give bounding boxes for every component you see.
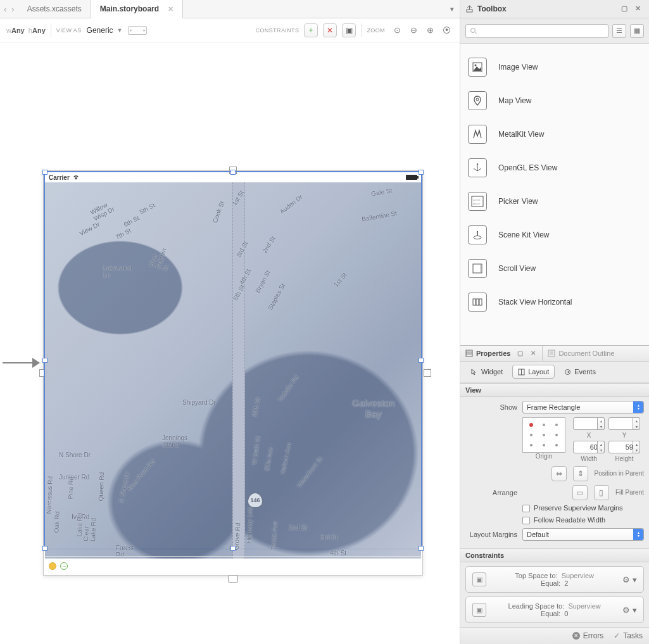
follow-checkbox[interactable] bbox=[522, 517, 530, 524]
y-input[interactable]: 2▴▾ bbox=[608, 417, 640, 430]
view-controller[interactable]: Carrier 146 Galveston Bay Shipyard D bbox=[43, 170, 423, 576]
metal-icon bbox=[468, 125, 487, 144]
device-preview-icon[interactable] bbox=[128, 26, 147, 35]
svg-line-2 bbox=[475, 32, 477, 34]
svg-point-13 bbox=[474, 236, 481, 239]
close-icon[interactable]: ✕ bbox=[529, 350, 537, 357]
toolbox-item[interactable]: Stack View Horizontal bbox=[460, 285, 649, 319]
undock-icon[interactable]: ▢ bbox=[621, 4, 630, 13]
tab-nav-forward-icon[interactable]: › bbox=[11, 4, 14, 14]
zoom-out-icon[interactable]: ⊖ bbox=[406, 23, 420, 37]
tab-assets-label: Assets.xcassets bbox=[27, 4, 82, 13]
toolbox-item[interactable]: MetalKit View bbox=[460, 117, 649, 151]
clear-constraint-button[interactable]: ✕ bbox=[323, 23, 337, 37]
height-input[interactable]: 598▴▾ bbox=[608, 441, 640, 453]
properties-tab[interactable]: Properties ▢ ✕ bbox=[460, 346, 543, 361]
show-select[interactable]: Frame Rectangle ▴▾ bbox=[522, 401, 644, 414]
map-view-selection[interactable]: Carrier 146 Galveston Bay Shipyard D bbox=[44, 171, 422, 550]
constraints-section-header: Constraints bbox=[460, 548, 649, 562]
zoom-fit-icon[interactable]: ⊙ bbox=[390, 23, 404, 37]
update-frames-button[interactable]: ▣ bbox=[342, 23, 356, 37]
fill-v-button[interactable]: ▯ bbox=[594, 485, 609, 500]
close-icon[interactable]: ✕ bbox=[168, 5, 173, 13]
zoom-actual-icon[interactable]: ⦿ bbox=[439, 23, 453, 37]
search-icon bbox=[470, 27, 477, 35]
toolbox-view-list-icon[interactable]: ☰ bbox=[612, 24, 626, 38]
first-responder-icon[interactable] bbox=[49, 562, 56, 570]
resize-handle[interactable] bbox=[424, 369, 431, 377]
selection-handle[interactable] bbox=[42, 546, 47, 551]
toolbox-item-label: Scroll View bbox=[498, 264, 536, 273]
properties-icon bbox=[465, 350, 473, 357]
toolbox-search-input[interactable] bbox=[465, 24, 608, 38]
position-v-button[interactable]: ⇕ bbox=[573, 466, 588, 481]
view-as-select[interactable]: Generic ▼ bbox=[87, 26, 123, 35]
chevron-down-icon: ▼ bbox=[117, 27, 123, 34]
tasks-button[interactable]: ✓Tasks bbox=[614, 631, 643, 640]
scene-dock: → bbox=[44, 556, 422, 575]
toolbox-item[interactable]: Map View bbox=[460, 84, 649, 117]
zoom-in-icon[interactable]: ⊕ bbox=[423, 23, 437, 37]
x-input[interactable]: 0▴▾ bbox=[573, 417, 605, 430]
selection-handle[interactable] bbox=[42, 358, 47, 363]
svg-text:Ipsum: Ipsum bbox=[473, 202, 481, 205]
events-subtab[interactable]: Events bbox=[558, 365, 602, 379]
view-section-header: View bbox=[460, 383, 649, 397]
gear-icon[interactable]: ⚙︎ ▾ bbox=[622, 575, 637, 584]
constraint-item[interactable]: ▣Top Space to: SuperviewEqual: 2⚙︎ ▾ bbox=[465, 566, 644, 593]
width-input[interactable]: 600▴▾ bbox=[573, 441, 605, 453]
selection-handle[interactable] bbox=[419, 358, 424, 363]
origin-selector[interactable] bbox=[522, 417, 565, 453]
layout-margins-select[interactable]: Default ▴▾ bbox=[522, 528, 644, 541]
exit-icon[interactable]: → bbox=[60, 562, 68, 570]
toolbox-list[interactable]: Image ViewMap ViewMetalKit ViewOpenGL ES… bbox=[460, 44, 649, 345]
toolbox-icon bbox=[465, 5, 474, 13]
segue-arrow-icon[interactable] bbox=[3, 362, 39, 363]
undock-icon[interactable]: ▢ bbox=[516, 350, 524, 357]
show-label: Show bbox=[465, 403, 517, 411]
outline-icon bbox=[548, 350, 555, 357]
svg-text:Lorem: Lorem bbox=[473, 198, 481, 201]
tab-nav-back-icon[interactable]: ‹ bbox=[4, 4, 6, 14]
toolbox-view-grid-icon[interactable]: ▦ bbox=[630, 24, 644, 38]
fill-h-button[interactable]: ▭ bbox=[572, 485, 588, 500]
widget-subtab[interactable]: Widget bbox=[465, 365, 508, 379]
design-canvas[interactable]: Carrier 146 Galveston Bay Shipyard D bbox=[0, 42, 460, 644]
inspector-subtabs: Widget Layout Events bbox=[460, 362, 649, 383]
layout-subtab[interactable]: Layout bbox=[512, 365, 555, 379]
svg-rect-0 bbox=[467, 9, 472, 12]
chevron-updown-icon: ▴▾ bbox=[633, 529, 643, 540]
selection-handle[interactable] bbox=[230, 546, 236, 551]
tab-overflow-icon[interactable]: ▾ bbox=[444, 0, 460, 18]
toolbox-item[interactable]: LoremIpsumPicker View bbox=[460, 184, 649, 218]
toolbox-item-label: Scene Kit View bbox=[498, 230, 550, 239]
pin-icon bbox=[468, 91, 487, 110]
errors-button[interactable]: ✕Errors bbox=[572, 631, 604, 640]
document-outline-tab[interactable]: Document Outline bbox=[543, 346, 619, 361]
resize-handle[interactable] bbox=[228, 575, 238, 583]
gear-icon[interactable]: ⚙︎ ▾ bbox=[622, 605, 637, 615]
scroll-icon bbox=[468, 259, 487, 278]
bottom-panel-tabs: Properties ▢ ✕ Document Outline bbox=[460, 346, 649, 362]
hwy-shield: 146 bbox=[248, 493, 263, 508]
svg-rect-16 bbox=[473, 299, 476, 305]
preserve-checkbox[interactable] bbox=[522, 505, 530, 512]
picker-icon: LoremIpsum bbox=[468, 192, 487, 211]
tab-main-storyboard[interactable]: Main.storyboard ✕ bbox=[91, 0, 183, 18]
toolbox-item[interactable]: Image View bbox=[460, 50, 649, 84]
position-h-button[interactable]: ⇔ bbox=[551, 466, 567, 481]
size-class[interactable]: wAny hAny bbox=[6, 27, 46, 34]
close-panel-icon[interactable]: ✕ bbox=[635, 4, 644, 13]
tab-assets[interactable]: Assets.xcassets bbox=[18, 0, 91, 18]
toolbox-header: Toolbox ▢ ✕ bbox=[460, 0, 649, 18]
toolbox-item[interactable]: Scene Kit View bbox=[460, 218, 649, 251]
constraints-label: CONSTRAINTS bbox=[255, 27, 299, 34]
chevron-updown-icon: ▴▾ bbox=[633, 401, 643, 413]
add-constraint-button[interactable]: ＋ bbox=[304, 23, 318, 37]
toolbox-item[interactable]: Scroll View bbox=[460, 251, 649, 285]
constraint-item[interactable]: ▣Leading Space to: SuperviewEqual: 0⚙︎ ▾ bbox=[465, 597, 644, 623]
arrange-label: Arrange bbox=[465, 489, 517, 496]
selection-handle[interactable] bbox=[419, 546, 424, 551]
toolbox-item[interactable]: OpenGL ES View bbox=[460, 151, 649, 184]
svg-point-4 bbox=[475, 64, 477, 66]
